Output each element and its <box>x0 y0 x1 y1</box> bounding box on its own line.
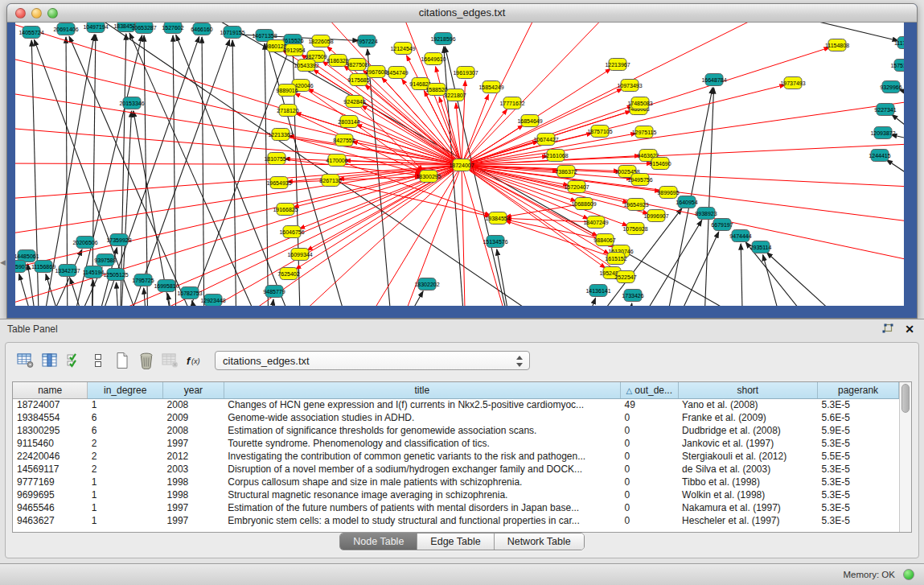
graph-node[interactable]: 19384554 <box>485 212 510 225</box>
graph-node[interactable]: 13342737 <box>55 265 80 277</box>
graph-node[interactable]: 8454749 <box>386 67 408 79</box>
graph-node[interactable]: 12975115 <box>632 126 657 138</box>
table-row[interactable]: 946554611997Estimation of the future num… <box>13 501 899 514</box>
graph-node[interactable]: 1145194 <box>83 266 105 278</box>
graph-node[interactable]: 12213967 <box>605 59 630 71</box>
table-mode-button[interactable] <box>14 349 38 372</box>
column-header-pagerank[interactable]: pagerank <box>818 382 899 398</box>
graph-node[interactable]: 19654935 <box>266 177 291 189</box>
scrollbar-thumb[interactable] <box>901 384 910 413</box>
graph-node[interactable]: 7957224 <box>355 35 377 47</box>
tab-network-table[interactable]: Network Table <box>495 534 584 550</box>
function-builder-button[interactable]: f(x) <box>183 349 207 372</box>
graph-node[interactable]: 12505125 <box>103 269 128 281</box>
graph-node[interactable]: 9884067 <box>593 234 615 246</box>
graph-node[interactable]: 19495756 <box>627 174 652 186</box>
column-header-year[interactable]: year <box>163 382 224 398</box>
graph-node[interactable]: 20691406 <box>53 23 78 35</box>
delete-table-button[interactable] <box>158 349 183 372</box>
graph-node[interactable]: 2967608 <box>365 66 387 78</box>
graph-node[interactable]: 7625402 <box>277 268 299 280</box>
vertical-scrollbar[interactable] <box>899 382 911 532</box>
float-window-icon[interactable] <box>881 323 893 336</box>
graph-node[interactable]: 9474444 <box>729 230 751 242</box>
column-header-in_degree[interactable]: in_degree <box>88 382 163 398</box>
graph-node[interactable]: 10653287 <box>131 23 156 34</box>
graph-node[interactable]: 18302202 <box>414 278 439 290</box>
select-rows-button[interactable] <box>62 349 86 372</box>
graph-node[interactable]: 16046756 <box>279 226 304 238</box>
graph-node[interactable]: 9899695 <box>657 187 679 199</box>
graph-node[interactable]: 16782753 <box>177 287 202 299</box>
graph-node[interactable]: 2522547 <box>614 271 636 283</box>
graph-node[interactable]: 9154690 <box>649 158 671 170</box>
table-row[interactable]: 1872400712008Changes of HCN gene express… <box>13 398 899 411</box>
graph-node[interactable]: 18226058 <box>308 35 333 47</box>
close-panel-icon[interactable]: ✕ <box>903 323 916 336</box>
graph-node[interactable]: 16649610 <box>421 53 446 65</box>
graph-node[interactable]: 17771672 <box>499 97 524 109</box>
table-selector-dropdown[interactable]: citations_edges.txt <box>215 351 530 370</box>
graph-node[interactable]: 12213362 <box>268 129 293 141</box>
memory-indicator-icon[interactable] <box>903 569 914 580</box>
graph-node[interactable]: 19218596 <box>430 33 455 45</box>
column-header-title[interactable]: title <box>224 382 620 398</box>
graph-node[interactable]: 1527602 <box>162 23 183 34</box>
graph-node[interactable]: 4170006 <box>326 154 347 167</box>
graph-node[interactable]: 1795725 <box>132 274 154 286</box>
splitter-collapse-icon[interactable]: ◀ <box>0 259 6 266</box>
column-header-name[interactable]: name <box>13 382 88 398</box>
graph-node[interactable]: 14055724 <box>18 27 43 39</box>
graph-node[interactable]: 20153346 <box>119 97 144 109</box>
graph-node[interactable]: 7386372 <box>555 166 577 178</box>
graph-node[interactable]: 12923448 <box>200 295 225 307</box>
graph-node[interactable]: 11173391 <box>894 37 904 49</box>
tab-edge-table[interactable]: Edge Table <box>417 534 494 550</box>
graph-node[interactable]: 8912954 <box>283 44 305 56</box>
table-row[interactable]: 1830029562008Estimation of significance … <box>13 424 899 437</box>
graph-node[interactable]: 9329966 <box>880 81 901 93</box>
graph-node[interactable]: 15854249 <box>478 81 503 93</box>
graph-node[interactable]: 19166825 <box>273 204 298 216</box>
table-row[interactable]: 946362711997Embryonic stem cells: a mode… <box>13 514 899 527</box>
table-row[interactable]: 977716911998Corpus callosum shape and si… <box>13 476 899 488</box>
column-header-out_de[interactable]: △out_de... <box>620 382 678 398</box>
graph-node[interactable]: 14136141 <box>585 285 610 297</box>
graph-node[interactable]: 20206506 <box>72 237 97 249</box>
graph-node[interactable]: 6679197 <box>711 219 733 231</box>
graph-node[interactable]: 19737493 <box>780 77 805 89</box>
new-document-button[interactable] <box>110 349 134 372</box>
graph-node[interactable]: 8221807 <box>444 89 466 101</box>
graph-node[interactable]: 8427552 <box>333 134 355 146</box>
graph-node[interactable]: 17359928 <box>106 234 131 246</box>
graph-node[interactable]: 9889016 <box>276 84 298 97</box>
graph-node[interactable]: 2935114 <box>750 241 772 253</box>
graph-node[interactable]: 2718120 <box>277 105 298 117</box>
table-row[interactable]: 2242004622012Investigating the contribut… <box>13 450 899 463</box>
graph-node[interactable]: 11154808 <box>825 39 849 51</box>
graph-node[interactable]: 18107554 <box>264 153 289 165</box>
graph-node[interactable]: 9175685 <box>347 74 369 86</box>
graph-node[interactable]: 10719155 <box>220 27 244 39</box>
graph-node[interactable]: 6466160 <box>191 23 212 35</box>
column-visibility-button[interactable] <box>38 349 62 372</box>
table-row[interactable]: 969969511998Structural magnetic resonanc… <box>13 488 899 501</box>
network-window-titlebar[interactable]: citations_edges.txt <box>7 4 917 23</box>
split-view-button[interactable] <box>86 349 110 372</box>
graph-node[interactable]: 19619307 <box>453 67 478 79</box>
graph-node[interactable]: 9485779 <box>263 286 285 298</box>
table-row[interactable]: 911546021997Tourette syndrome. Phenomeno… <box>13 437 899 450</box>
graph-node[interactable]: 1244415 <box>869 150 890 162</box>
graph-node[interactable]: 2803144 <box>338 116 359 128</box>
table-row[interactable]: 1456911722003Disruption of a novel membe… <box>13 463 899 476</box>
graph-node[interactable]: 11156869 <box>31 261 55 273</box>
graph-node[interactable]: 15134576 <box>483 236 507 248</box>
graph-node[interactable]: 9227341 <box>874 104 896 116</box>
graph-node[interactable]: 18757105 <box>587 126 612 138</box>
graph-node[interactable]: 18407249 <box>583 216 608 229</box>
graph-node[interactable]: 8267130 <box>319 175 341 187</box>
graph-node[interactable]: 19654923 <box>623 199 648 211</box>
graph-node[interactable]: 9242848 <box>343 96 365 108</box>
trash-button[interactable] <box>134 349 158 372</box>
graph-node[interactable]: 1615152 <box>605 253 626 265</box>
